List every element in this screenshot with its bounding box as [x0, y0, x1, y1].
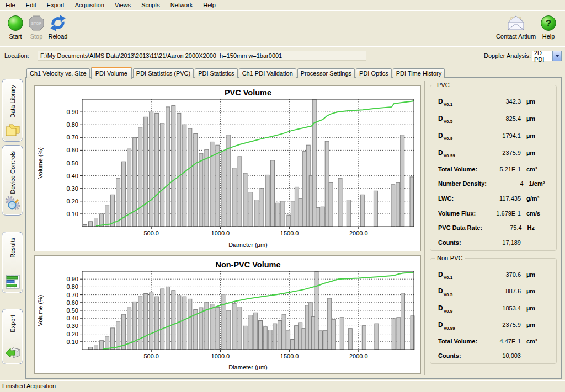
stat-row-pvc-data-rate: PVC Data Rate: 75.4Hz	[438, 224, 552, 231]
location-field[interactable]	[38, 51, 366, 61]
menu-scripts[interactable]: Scripts	[137, 0, 164, 10]
stat-row-dv01: DV0.1 342.3µm	[438, 98, 552, 106]
svg-text:1000.0: 1000.0	[211, 353, 230, 359]
svg-text:0.30: 0.30	[67, 185, 78, 192]
stat-row-dv099: DV0.99 2375.9µm	[438, 321, 552, 330]
start-button[interactable]: Start	[3, 14, 28, 40]
pvc-volume-chart: 0.100.200.300.400.500.600.700.800.90500.…	[34, 85, 421, 251]
sidebar-item-device-controls[interactable]: Device Controls	[2, 145, 23, 216]
menu-views[interactable]: Views	[110, 0, 135, 10]
svg-text:0.40: 0.40	[67, 173, 78, 179]
combo-dropdown-button[interactable]	[552, 51, 561, 61]
tab-ch1-pdi-validation[interactable]: Ch1 PDI Validation	[239, 68, 296, 78]
toolbar: Start STOP Stop Reload	[0, 11, 565, 46]
sidebar-item-data-library[interactable]: Data Library	[2, 79, 23, 142]
svg-text:0.70: 0.70	[67, 134, 78, 141]
gears-icon	[4, 196, 21, 211]
sidebar-item-export[interactable]: Export	[2, 309, 23, 364]
menu-bar: File Edit Export Acquisition Views Scrip…	[0, 0, 565, 10]
doppler-analysis-value: 2D PDI	[532, 50, 552, 63]
location-row: Location: Doppler Analysis: 2D PDI	[0, 49, 565, 63]
non-pvc-volume-chart: 0.100.200.300.400.500.600.700.800.90500.…	[34, 255, 421, 374]
svg-text:0.50: 0.50	[67, 307, 78, 314]
stat-row-total-volume: Total Volume: 4.47E-1cm³	[438, 338, 552, 345]
svg-text:0.20: 0.20	[67, 198, 78, 205]
menu-edit[interactable]: Edit	[22, 0, 41, 10]
help-icon: ?	[540, 14, 557, 32]
stop-label: Stop	[26, 33, 46, 40]
menu-export[interactable]: Export	[42, 0, 69, 10]
svg-text:0.60: 0.60	[67, 147, 78, 153]
menu-file[interactable]: File	[1, 0, 20, 10]
stat-row-counts: Counts: 10,003	[438, 352, 552, 359]
start-icon	[7, 14, 24, 32]
help-label: Help	[538, 33, 559, 40]
contact-artium-button[interactable]: Contact Artium	[494, 14, 537, 40]
tab-processor-settings[interactable]: Processor Settings	[297, 68, 355, 78]
stop-icon: STOP	[28, 14, 45, 32]
svg-text:0.90: 0.90	[67, 276, 78, 282]
tab-pdi-statistics-pvc[interactable]: PDI Statistics (PVC)	[133, 68, 194, 78]
svg-text:Diameter (µm): Diameter (µm)	[228, 364, 268, 370]
pvc-stats-group: PVC DV0.1 342.3µm DV0.5 825.4µm DV0.9 17…	[430, 85, 557, 251]
stat-row-dv05: DV0.5 825.4µm	[438, 115, 552, 123]
non-pvc-stats-group: Non-PVC DV0.1 370.6µm DV0.5 887.6µm DV0.…	[430, 258, 557, 364]
tab-pdi-time-history[interactable]: PDI Time History	[393, 68, 445, 78]
tab-bar: Ch1 Velocity vs. SizePDI VolumePDI Stati…	[26, 66, 446, 78]
tab-pdi-statistics[interactable]: PDI Statistics	[195, 68, 237, 78]
app-window: File Edit Export Acquisition Views Scrip…	[0, 0, 565, 392]
reload-button[interactable]: Reload	[45, 14, 71, 40]
tab-pdi-volume[interactable]: PDI Volume	[91, 67, 132, 79]
svg-text:0.60: 0.60	[67, 299, 78, 306]
svg-text:500.0: 500.0	[143, 230, 159, 237]
svg-text:0.70: 0.70	[67, 292, 78, 298]
status-text: Finished Acquisition	[2, 383, 56, 389]
help-button[interactable]: ? Help	[538, 14, 559, 40]
svg-text:0.10: 0.10	[67, 211, 78, 217]
svg-text:?: ?	[546, 18, 551, 29]
envelope-icon	[506, 14, 526, 32]
menu-acquisition[interactable]: Acquisition	[71, 0, 109, 10]
stop-button[interactable]: STOP Stop	[26, 14, 46, 40]
svg-text:500.0: 500.0	[143, 353, 159, 359]
doppler-analysis-select[interactable]: 2D PDI	[532, 51, 562, 61]
stat-row-counts: Counts: 17,189	[438, 239, 552, 246]
reload-label: Reload	[45, 33, 71, 40]
stat-row-dv09: DV0.9 1853.4µm	[438, 304, 552, 313]
sidebar-label-device-controls: Device Controls	[9, 151, 16, 194]
svg-text:0.90: 0.90	[67, 109, 78, 115]
export-arrow-icon	[4, 345, 21, 360]
pvc-stat-rows: DV0.1 342.3µm DV0.5 825.4µm DV0.9 1794.1…	[438, 98, 552, 246]
svg-text:0.30: 0.30	[67, 323, 78, 329]
sidebar-label-results: Results	[9, 238, 16, 258]
svg-text:PVC Volume: PVC Volume	[225, 88, 271, 97]
svg-text:2000.0: 2000.0	[349, 353, 368, 359]
stat-row-volume-flux: Volume Flux: 1.679E-1cm/s	[438, 210, 552, 217]
sidebar-label-data-library: Data Library	[9, 85, 16, 118]
stat-row-dv09: DV0.9 1794.1µm	[438, 132, 552, 141]
svg-text:1500.0: 1500.0	[280, 353, 299, 359]
panel-splitter[interactable]	[424, 81, 425, 375]
stat-row-dv05: DV0.5 887.6µm	[438, 287, 552, 296]
doppler-analysis-label: Doppler Analysis:	[484, 52, 531, 59]
folders-icon	[4, 122, 21, 137]
svg-text:STOP: STOP	[31, 22, 42, 25]
svg-text:Non-PVC Volume: Non-PVC Volume	[215, 260, 280, 269]
stat-row-dv099: DV0.99 2375.9µm	[438, 149, 552, 158]
svg-text:0.20: 0.20	[67, 331, 78, 337]
svg-text:Volume (%): Volume (%)	[37, 147, 44, 179]
stat-row-number-density: Number Density: 41/cm³	[438, 180, 552, 187]
svg-text:Volume (%): Volume (%)	[37, 295, 44, 326]
menu-network[interactable]: Network	[166, 0, 197, 10]
sidebar-item-results[interactable]: Results	[2, 232, 23, 293]
stat-row-dv01: DV0.1 370.6µm	[438, 271, 552, 280]
svg-text:0.10: 0.10	[67, 339, 78, 345]
status-bar: Finished Acquisition	[0, 380, 565, 392]
tab-pdi-optics[interactable]: PDI Optics	[356, 68, 392, 78]
start-label: Start	[3, 33, 28, 40]
stat-row-lwc: LWC: 117.435g/m³	[438, 195, 552, 202]
pdi-volume-tab-page: 0.100.200.300.400.500.600.700.800.90500.…	[25, 77, 562, 379]
bar-chart-icon	[6, 275, 20, 289]
tab-ch1-velocity-vs-size[interactable]: Ch1 Velocity vs. Size	[26, 68, 90, 78]
menu-help[interactable]: Help	[199, 0, 220, 10]
